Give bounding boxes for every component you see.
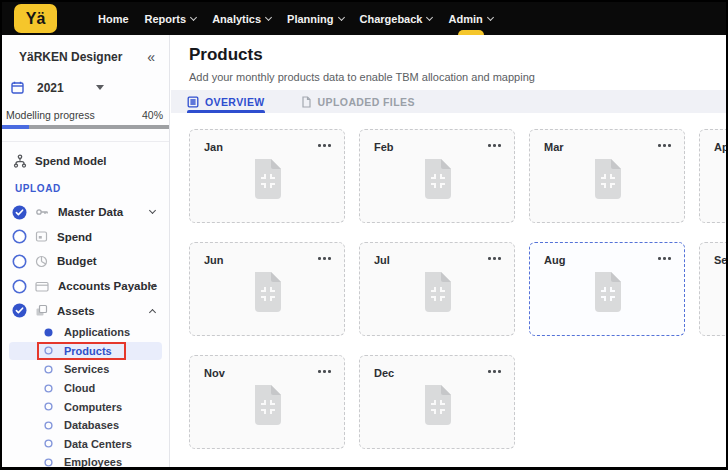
sidebar-item-databases[interactable]: Databases	[2, 416, 169, 435]
nav-item-label: Analytics	[212, 13, 261, 25]
month-card-nov[interactable]: Nov	[189, 355, 345, 449]
more-options-icon[interactable]	[658, 144, 671, 147]
sidebar-item-label: Assets	[57, 305, 95, 317]
sidebar-item-services[interactable]: Services	[2, 360, 169, 379]
main-menu: Home Reports Analytics Planning Chargeba…	[98, 2, 493, 35]
sidebar-subitem-label: Computers	[64, 401, 122, 413]
outline-dot-icon	[44, 346, 53, 355]
month-card-mar[interactable]: Mar	[529, 129, 685, 223]
more-options-icon[interactable]	[318, 144, 331, 147]
nav-item-chargeback[interactable]: Chargeback	[360, 2, 433, 35]
month-card-apr[interactable]: Apr	[699, 129, 728, 223]
top-nav-bar: Yä Home Reports Analytics Planning Charg…	[2, 2, 726, 35]
more-options-icon[interactable]	[488, 144, 501, 147]
outline-dot-icon	[44, 402, 53, 411]
calendar-icon	[11, 81, 24, 94]
checked-circle-icon	[12, 205, 27, 220]
month-card-jan[interactable]: Jan	[189, 129, 345, 223]
sidebar-item-products[interactable]: Products	[9, 342, 162, 361]
add-file-icon[interactable]	[419, 383, 455, 431]
month-card-jun[interactable]: Jun	[189, 242, 345, 336]
sidebar-subitem-label: Applications	[64, 326, 130, 338]
spend-model-label: Spend Model	[35, 155, 107, 167]
progress-value: 40%	[142, 109, 163, 121]
sidebar-item-data-centers[interactable]: Data Centers	[2, 435, 169, 454]
outline-dot-icon	[44, 458, 53, 467]
month-label: Aug	[544, 254, 565, 266]
tab-uploaded-files[interactable]: UPLOADED FILES	[301, 90, 415, 113]
month-label: Dec	[374, 367, 394, 379]
hierarchy-icon	[13, 154, 27, 168]
month-card-jul[interactable]: Jul	[359, 242, 515, 336]
more-options-icon[interactable]	[318, 370, 331, 373]
sidebar-item-computers[interactable]: Computers	[2, 397, 169, 416]
sidebar-subitem-label: Products	[64, 345, 112, 357]
sidebar-item-employees[interactable]: Employees	[2, 453, 169, 467]
year-selector[interactable]: 2021	[2, 80, 169, 95]
page-title: Products	[189, 45, 263, 65]
checked-circle-icon	[12, 303, 27, 318]
sidebar-item-label: Budget	[57, 255, 97, 267]
month-card-aug[interactable]: Aug	[529, 242, 685, 336]
sidebar-subitem-label: Data Centers	[64, 438, 132, 450]
sidebar-item-cloud[interactable]: Cloud	[2, 379, 169, 398]
add-file-icon[interactable]	[589, 157, 625, 205]
unchecked-circle-icon	[12, 229, 27, 244]
sidebar-subitem-label: Services	[64, 363, 109, 375]
month-card-sep[interactable]: Sep	[699, 242, 728, 336]
month-card-grid: Jan Feb	[189, 129, 728, 449]
sidebar-subitem-label: Cloud	[64, 382, 95, 394]
unchecked-circle-icon	[12, 279, 27, 294]
outline-dot-icon	[44, 384, 53, 393]
sidebar-collapse-button[interactable]: «	[147, 52, 155, 62]
chevron-up-icon[interactable]	[149, 309, 156, 316]
nav-item-label: Home	[98, 13, 129, 25]
sidebar-item-budget[interactable]: Budget	[2, 249, 169, 274]
tab-label: OVERVIEW	[205, 96, 265, 108]
add-file-icon[interactable]	[589, 270, 625, 318]
nav-item-label: Planning	[287, 13, 333, 25]
nav-item-admin[interactable]: Admin	[448, 2, 492, 35]
more-options-icon[interactable]	[318, 257, 331, 260]
app-window: Yä Home Reports Analytics Planning Charg…	[0, 0, 728, 470]
month-label: Apr	[714, 141, 728, 153]
month-card-dec[interactable]: Dec	[359, 355, 515, 449]
nav-item-planning[interactable]: Planning	[287, 2, 343, 35]
more-options-icon[interactable]	[488, 370, 501, 373]
tab-bar: OVERVIEW UPLOADED FILES	[171, 90, 726, 113]
more-options-icon[interactable]	[658, 257, 671, 260]
tab-overview[interactable]: OVERVIEW	[187, 90, 265, 113]
progress-label: Modelling progress	[6, 109, 95, 121]
sidebar-item-accounts-payable[interactable]: Accounts Payable	[2, 274, 169, 299]
card-icon	[35, 230, 48, 243]
pie-chart-icon	[35, 255, 48, 268]
month-card-feb[interactable]: Feb	[359, 129, 515, 223]
modelling-progress: Modelling progress 40%	[2, 109, 169, 129]
sidebar-item-spend-model[interactable]: Spend Model	[2, 153, 169, 168]
key-icon	[35, 205, 49, 219]
chevron-down-icon	[337, 13, 344, 20]
sidebar-item-spend[interactable]: Spend	[2, 225, 169, 250]
add-file-icon[interactable]	[249, 157, 285, 205]
add-file-icon[interactable]	[249, 383, 285, 431]
sidebar-app-title: YäRKEN Designer	[19, 50, 122, 64]
progress-bar-fill	[2, 125, 29, 129]
sidebar-item-label: Accounts Payable	[58, 280, 157, 292]
add-file-icon[interactable]	[249, 270, 285, 318]
caret-down-icon	[96, 85, 104, 90]
sidebar-subitem-label: Databases	[64, 419, 119, 431]
sidebar-item-assets[interactable]: Assets	[2, 298, 169, 323]
nav-item-label: Admin	[448, 13, 482, 25]
sidebar-item-master-data[interactable]: Master Data	[2, 200, 169, 225]
nav-item-analytics[interactable]: Analytics	[212, 2, 271, 35]
brand-logo[interactable]: Yä	[14, 4, 57, 33]
add-file-icon[interactable]	[419, 270, 455, 318]
more-options-icon[interactable]	[488, 257, 501, 260]
sidebar-item-applications[interactable]: Applications	[2, 323, 169, 342]
nav-item-reports[interactable]: Reports	[145, 2, 197, 35]
chevron-down-icon[interactable]	[149, 207, 156, 214]
divider	[2, 141, 169, 142]
filled-dot-icon	[44, 328, 53, 337]
nav-item-home[interactable]: Home	[98, 2, 129, 35]
add-file-icon[interactable]	[419, 157, 455, 205]
